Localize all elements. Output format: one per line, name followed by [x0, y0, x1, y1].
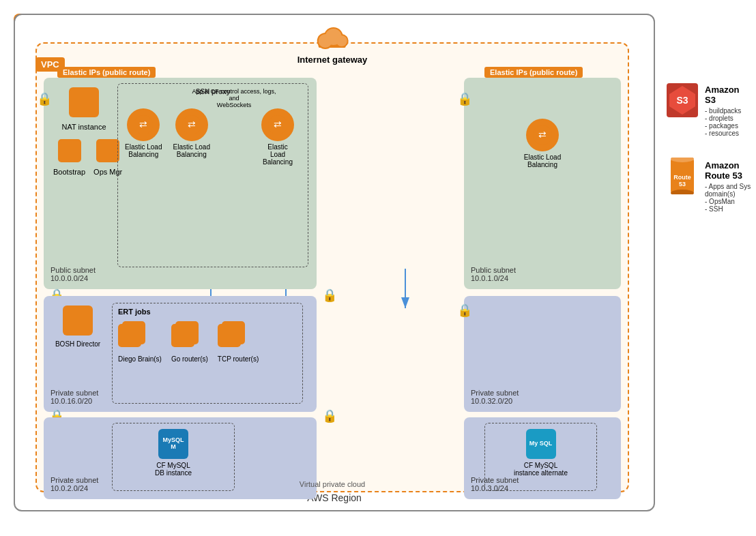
svg-text:53: 53 [679, 181, 686, 188]
private-subnet-right-label: Private subnet 10.0.32.0/20 [471, 389, 519, 405]
elb-right-icon: ⇄ [526, 119, 559, 151]
ssh-proxy-box: SSH proxy App & CF control access, logs,… [117, 83, 308, 267]
route53-item: Apps and Sysdomain(s) [705, 183, 751, 198]
elb1-label: Elastic LoadBalancing [125, 143, 162, 158]
nat-icon [69, 87, 99, 117]
svg-text:Route: Route [673, 174, 691, 181]
route53-item: SSH [705, 205, 751, 213]
bosh-icon [63, 306, 93, 336]
diego-brain-item: Diego Brain(s) [118, 321, 162, 363]
elb3-icon: ⇄ [261, 108, 294, 141]
cf-mysql-label: CF MySQLDB instance [155, 462, 192, 477]
mysql-icon-left: MySQLM [158, 429, 188, 459]
s3-item: droplets [705, 115, 741, 122]
s3-label: AmazonS3 [705, 85, 741, 105]
elb1-item: ⇄ Elastic LoadBalancing [125, 108, 162, 158]
elb-right-container: ⇄ Elastic LoadBalancing [464, 78, 621, 168]
bosh-director-box: BOSH Director [50, 306, 105, 348]
nat-instance-box: NAT instance [53, 87, 115, 131]
lock-icon-private-right2: 🔒 [457, 303, 472, 318]
internet-gateway: Internet gateway [297, 23, 368, 65]
internet-gw-label: Internet gateway [297, 55, 368, 65]
elb1-icon: ⇄ [127, 108, 160, 141]
lock-icon-left: 🔒 [37, 91, 52, 106]
route53-icon: Route 53 [665, 158, 699, 194]
private-db-left-label: Private subnet 10.0.2.0/24 [50, 476, 98, 492]
s3-service-box: S3 AmazonS3 buildpacks droplets packages… [665, 82, 751, 137]
right-panel: S3 AmazonS3 buildpacks droplets packages… [665, 82, 751, 233]
private-db-subnet-left: MySQLM CF MySQLDB instance Private subne… [44, 417, 317, 499]
mysql-icon-right: My SQL [526, 429, 556, 459]
nat-label: NAT instance [53, 123, 115, 131]
s3-list: buildpacks droplets packages resources [705, 107, 741, 137]
svg-text:⇄: ⇄ [538, 129, 547, 140]
s3-item: resources [705, 130, 741, 137]
route53-list: Apps and Sysdomain(s) OpsMan SSH [705, 183, 751, 213]
private-db-subnet-right: My SQL CF MySQLinstance alternate Privat… [464, 417, 621, 499]
diego-label: Diego Brain(s) [118, 355, 162, 363]
cf-mysql-alt-label: CF MySQLinstance alternate [514, 462, 568, 477]
ert-dashed-box: ERT jobs Diego Brain(s) [112, 303, 303, 404]
cf-mysql-content: MySQLM CF MySQLDB instance [113, 423, 234, 477]
svg-text:⇄: ⇄ [274, 119, 282, 130]
elb2-icon: ⇄ [175, 108, 208, 141]
cloud-icon [313, 23, 351, 50]
s3-item: buildpacks [705, 107, 741, 115]
svg-text:⇄: ⇄ [188, 119, 196, 130]
public-subnet-right: Elastic IPs (public route) 🔒 ⇄ Elastic L… [464, 78, 621, 289]
public-subnet-left: Elastic IPs (public route) 🔒 NAT instanc… [44, 78, 317, 289]
bosh-label: BOSH Director [50, 340, 105, 348]
tcp-router-label: TCP router(s) [218, 355, 259, 363]
vpc-bottom-label: Virtual private cloud [300, 480, 365, 488]
elb2-item: ⇄ Elastic LoadBalancing [173, 108, 209, 158]
public-subnet-right-label: Public subnet 10.0.1.0/24 [471, 266, 516, 282]
vpc-area: VPC Internet gateway [35, 42, 629, 492]
bootstrap-icon [58, 139, 81, 162]
s3-icon: S3 [665, 82, 699, 119]
private-db-right-label: Private subnet 10.0.3.0/24 [471, 476, 519, 492]
ert-label: ERT jobs [118, 308, 151, 316]
lock-icon-private-right: 🔒 [322, 288, 337, 303]
elb3-item: ⇄ Elastic LoadBalancing [261, 108, 294, 166]
ert-jobs-row: Diego Brain(s) Go router(s) [118, 321, 259, 363]
lock-icon-db-right: 🔒 [322, 408, 337, 423]
opsmgr-icon [96, 139, 119, 162]
aws-region-container: AWS Region VPC Internet gateway [14, 14, 655, 511]
svg-text:S3: S3 [676, 95, 688, 106]
bootstrap-label: Bootstrap [53, 168, 85, 176]
svg-text:⇄: ⇄ [139, 119, 147, 130]
elb3-label: Elastic LoadBalancing [261, 143, 294, 166]
private-subnet-left: BOSH Director ERT jobs Diego Brain(s) [44, 296, 317, 412]
public-subnet-left-label: Public subnet 10.0.0.0/24 [50, 266, 96, 282]
tcp-router-item: TCP router(s) [218, 321, 259, 363]
go-router-item: Go router(s) [171, 321, 208, 363]
route53-label: AmazonRoute 53 [705, 160, 751, 181]
elb-right-label: Elastic LoadBalancing [464, 153, 621, 168]
app-cf-label: App & CF control access, logs, and WebSo… [186, 88, 282, 108]
private-subnet-right: 🔒 Private subnet 10.0.32.0/20 [464, 296, 621, 412]
s3-item: packages [705, 122, 741, 130]
elb2-label: Elastic LoadBalancing [173, 143, 209, 158]
route53-item: OpsMan [705, 198, 751, 205]
elb-row: ⇄ Elastic LoadBalancing ⇄ Elastic Loa [125, 108, 210, 158]
cf-mysql-dashed: MySQLM CF MySQLDB instance [112, 423, 235, 491]
route53-service-box: Route 53 AmazonRoute 53 Apps and Sysdoma… [665, 158, 751, 213]
cf-mysql-alt-content: My SQL CF MySQLinstance alternate [485, 423, 596, 477]
svg-point-6 [336, 35, 347, 46]
elastic-ip-label-right: Elastic IPs (public route) [484, 67, 583, 78]
private-subnet-left-label: Private subnet 10.0.16.0/20 [50, 389, 98, 405]
bootstrap-opsmgr-row: Bootstrap Ops Mgr [53, 139, 122, 176]
lock-icon-right: 🔒 [457, 91, 472, 106]
elastic-ip-label-left: Elastic IPs (public route) [57, 67, 156, 78]
go-router-label: Go router(s) [171, 355, 208, 363]
